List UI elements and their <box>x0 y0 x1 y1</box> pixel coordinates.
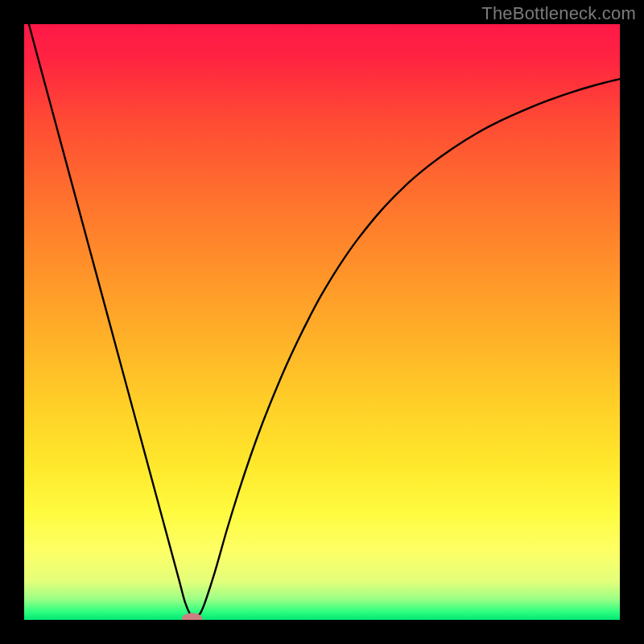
plot-area <box>24 24 620 620</box>
chart-svg <box>24 24 620 620</box>
gradient-background <box>24 24 620 620</box>
chart-frame: TheBottleneck.com <box>0 0 644 644</box>
attribution-label: TheBottleneck.com <box>481 3 636 24</box>
